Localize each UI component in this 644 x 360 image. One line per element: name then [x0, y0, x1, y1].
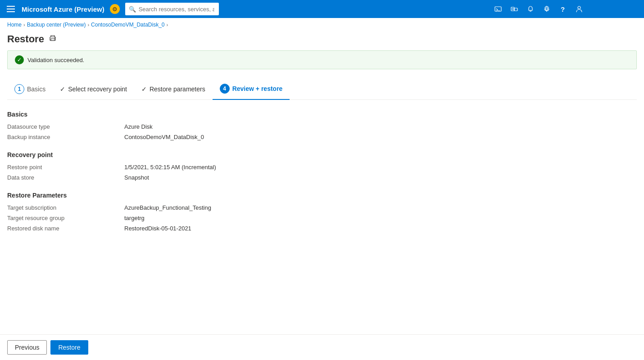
page-header: Restore	[0, 32, 644, 50]
svg-rect-2	[511, 7, 514, 11]
data-store-row: Data store Snapshot	[7, 174, 637, 181]
wizard-step-3[interactable]: ✓ Restore parameters	[134, 82, 213, 98]
search-icon: 🔍	[129, 6, 136, 13]
restore-point-row: Restore point 1/5/2021, 5:02:15 AM (Incr…	[7, 164, 637, 171]
step-4-num: 4	[220, 84, 230, 94]
settings-button[interactable]	[540, 2, 554, 16]
step-2-check: ✓	[60, 86, 65, 93]
restore-point-value: 1/5/2021, 5:02:15 AM (Incremental)	[124, 164, 216, 171]
breadcrumb-vm[interactable]: ContosoDemoVM_DataDisk_0	[91, 22, 164, 28]
restore-params-header: Restore Parameters	[7, 192, 637, 199]
restore-button[interactable]: Restore	[50, 340, 88, 355]
page-title: Restore	[7, 33, 44, 45]
recovery-point-section: Recovery point Restore point 1/5/2021, 5…	[7, 151, 637, 181]
breadcrumb-sep-2: ›	[87, 22, 89, 27]
step-4-label: Review + restore	[232, 85, 283, 92]
print-icon[interactable]	[49, 34, 57, 44]
svg-rect-3	[514, 8, 517, 11]
target-resource-group-label: Target resource group	[7, 215, 124, 221]
step-1-num: 1	[14, 84, 24, 94]
step-2-label: Select recovery point	[68, 86, 127, 93]
target-resource-group-row: Target resource group targetrg	[7, 215, 637, 221]
restored-disk-name-row: Restored disk name RestoredDisk-05-01-20…	[7, 225, 637, 232]
hamburger-menu[interactable]	[4, 2, 18, 16]
account-button[interactable]	[572, 2, 586, 16]
main-content: ✓ Validation succeeded. 1 Basics ✓ Selec…	[0, 50, 644, 334]
cloud-shell-button[interactable]	[491, 2, 505, 16]
svg-rect-12	[51, 39, 54, 40]
help-button[interactable]: ?	[556, 2, 570, 16]
notifications-button[interactable]	[523, 2, 538, 16]
target-resource-group-value: targetrg	[124, 215, 145, 221]
backup-instance-row: Backup instance ContosoDemoVM_DataDisk_0	[7, 134, 637, 140]
bottom-bar: Previous Restore	[0, 334, 644, 360]
app-title: Microsoft Azure (Preview)	[22, 5, 104, 13]
search-input[interactable]	[125, 3, 219, 15]
breadcrumb-sep-1: ›	[23, 22, 25, 27]
data-store-label: Data store	[7, 174, 124, 181]
data-store-value: Snapshot	[124, 174, 149, 181]
datasource-type-row: Datasource type Azure Disk	[7, 123, 637, 130]
restored-disk-name-label: Restored disk name	[7, 225, 124, 232]
wizard-step-2[interactable]: ✓ Select recovery point	[53, 82, 134, 98]
azure-badge: ⚙	[110, 4, 120, 14]
step-3-label: Restore parameters	[150, 86, 205, 93]
validation-message: Validation succeeded.	[27, 57, 84, 63]
breadcrumb: Home › Backup center (Preview) › Contoso…	[0, 18, 644, 32]
breadcrumb-backup-center[interactable]: Backup center (Preview)	[27, 22, 86, 28]
restore-params-section: Restore Parameters Target subscription A…	[7, 192, 637, 232]
wizard-step-1[interactable]: 1 Basics	[7, 81, 53, 99]
target-subscription-label: Target subscription	[7, 204, 124, 211]
badge-icon: ⚙	[112, 6, 118, 13]
basics-section: Basics Datasource type Azure Disk Backup…	[7, 111, 637, 140]
validation-banner: ✓ Validation succeeded.	[7, 50, 637, 69]
backup-instance-label: Backup instance	[7, 134, 124, 140]
search-wrap: 🔍	[125, 3, 485, 15]
previous-button[interactable]: Previous	[7, 340, 47, 355]
svg-point-10	[578, 6, 581, 9]
basics-header: Basics	[7, 111, 637, 118]
step-3-check: ✓	[141, 86, 147, 93]
target-subscription-row: Target subscription AzureBackup_Function…	[7, 204, 637, 211]
breadcrumb-sep-3: ›	[166, 22, 168, 27]
step-1-label: Basics	[27, 86, 45, 93]
target-subscription-value: AzureBackup_Functional_Testing	[124, 204, 211, 211]
datasource-type-label: Datasource type	[7, 123, 124, 130]
topbar: Microsoft Azure (Preview) ⚙ 🔍	[0, 0, 644, 18]
validation-icon: ✓	[15, 55, 24, 64]
svg-point-13	[54, 38, 55, 39]
svg-point-9	[545, 8, 548, 10]
topbar-icons: ?	[491, 2, 586, 16]
restored-disk-name-value: RestoredDisk-05-01-2021	[124, 225, 191, 232]
breadcrumb-home[interactable]: Home	[7, 22, 22, 28]
restore-point-label: Restore point	[7, 164, 124, 171]
recovery-point-header: Recovery point	[7, 151, 637, 158]
directory-button[interactable]	[507, 2, 522, 16]
wizard-step-4[interactable]: 4 Review + restore	[213, 80, 290, 100]
datasource-type-value: Azure Disk	[124, 123, 153, 130]
wizard-steps: 1 Basics ✓ Select recovery point ✓ Resto…	[7, 78, 637, 100]
backup-instance-value: ContosoDemoVM_DataDisk_0	[124, 134, 204, 140]
